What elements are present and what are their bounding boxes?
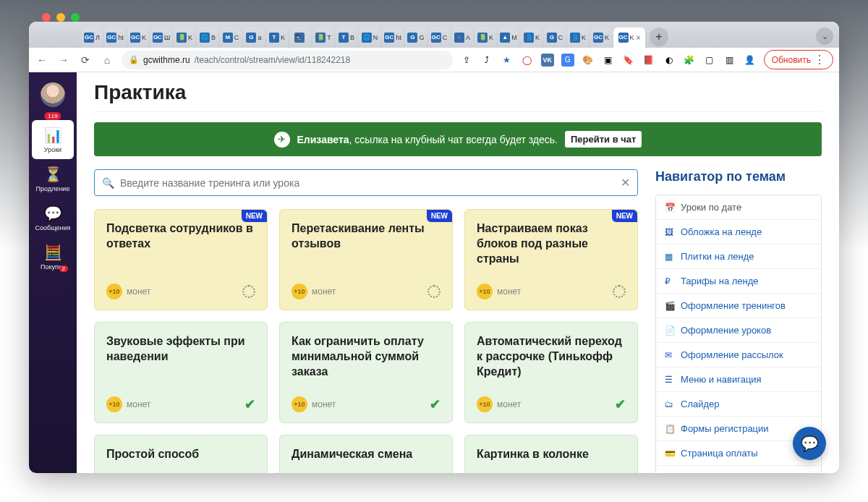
extensions-icon[interactable]: 🧩 (683, 54, 696, 67)
navigator-item[interactable]: ☑Анкеты (656, 466, 821, 473)
forward-button[interactable]: → (56, 53, 71, 67)
sidebar-item-Продление[interactable]: ⏳Продление (32, 159, 74, 198)
lesson-card[interactable]: Картинка в колонке+10монет✔ (464, 435, 638, 473)
ext-vk-icon[interactable]: VK (541, 54, 554, 67)
coin-label: монет (127, 399, 150, 409)
search-icon: 🔍 (102, 177, 114, 189)
sidebar-badge: 2 (59, 265, 68, 272)
browser-tab[interactable]: 🌐B (197, 27, 218, 48)
navigator-item[interactable]: 📅Уроки по дате (656, 195, 821, 220)
coin-reward: +10монет (292, 396, 336, 412)
tab-label: K (142, 34, 146, 41)
browser-tab[interactable]: TK (266, 27, 288, 48)
navigator-item[interactable]: ▦Плитки на ленде (656, 244, 821, 269)
browser-tab[interactable]: 🌐N (359, 27, 380, 48)
url-bar[interactable]: 🔒 gcwithme.ru/teach/control/stream/view/… (122, 51, 453, 69)
navigator-item[interactable]: ₽Тарифы на ленде (656, 269, 821, 294)
browser-tab[interactable]: GG (405, 27, 427, 48)
navigator-item[interactable]: 📄Оформление уроков (656, 318, 821, 343)
share-icon[interactable]: ⇪ (460, 54, 473, 67)
browser-tab[interactable]: GC (544, 27, 566, 48)
browser-tab[interactable]: GCht (382, 27, 404, 48)
tab-favicon-icon: 📗 (477, 33, 488, 43)
browser-tab[interactable]: GCЛ (81, 27, 103, 48)
star-icon[interactable]: ★ (501, 54, 514, 67)
ext-6-icon[interactable]: 🔖 (622, 54, 635, 67)
tab-label: K (605, 34, 609, 41)
avatar-icon (41, 82, 65, 107)
browser-tab[interactable]: TB (336, 27, 357, 48)
navigator-item[interactable]: 🎬Оформление тренингов (656, 294, 821, 318)
navigator-item[interactable]: ☰Меню и навигация (656, 367, 821, 392)
sidebar-avatar[interactable]: 119 (32, 78, 74, 117)
navigator-item[interactable]: 🗂Слайдер (656, 392, 821, 417)
browser-tab[interactable]: GCht (104, 27, 126, 48)
sidebar-label: Продление (36, 185, 70, 192)
navigator-item[interactable]: 🖼Обложка на ленде (656, 220, 821, 244)
mac-minimize[interactable] (56, 13, 65, 22)
new-tab-button[interactable]: + (650, 27, 668, 46)
tab-favicon-icon: GC (593, 33, 603, 43)
home-button[interactable]: ⌂ (100, 53, 114, 67)
chat-fab-button[interactable]: 💬 (793, 427, 826, 460)
lesson-card[interactable]: Как ограничить оплату минимальной суммой… (279, 322, 453, 423)
browser-tab[interactable]: 📗K (174, 27, 195, 48)
lesson-card[interactable]: Простой способ+10монет✔ (94, 435, 268, 473)
loading-spinner-icon (242, 285, 255, 298)
browser-tab[interactable]: GCШ (150, 27, 172, 48)
ext-8-icon[interactable]: ◐ (663, 54, 676, 67)
tab-favicon-icon: GC (84, 33, 94, 43)
ext-10-icon[interactable]: ▢ (703, 54, 716, 67)
browser-tab[interactable]: 🔺A (451, 27, 473, 48)
sidebar-item-Покупки[interactable]: 🧮Покупки2 (32, 237, 74, 276)
browser-tab[interactable]: MC (220, 27, 242, 48)
browser-tab[interactable]: GCC (428, 27, 450, 48)
lesson-card[interactable]: Динамическая смена+10монет✔ (279, 435, 453, 473)
lesson-card[interactable]: Звуковые эффекты при наведении+10монет✔ (94, 322, 268, 423)
browser-tab[interactable]: Ga (243, 27, 265, 48)
ext-7-icon[interactable]: 📕 (642, 54, 655, 67)
ext-5-icon[interactable]: ▣ (602, 54, 615, 67)
browser-tab[interactable]: 📘K (521, 27, 542, 48)
ext-4-icon[interactable]: 🎨 (582, 54, 595, 67)
sidebar-item-Уроки[interactable]: 📊Уроки (32, 120, 74, 159)
kebab-icon[interactable]: ⋮ (814, 53, 825, 67)
clear-search-icon[interactable]: ✕ (621, 176, 630, 190)
lesson-card[interactable]: Автоматический переход к рассрочке (Тинь… (464, 322, 638, 423)
lesson-card[interactable]: NEWПодсветка сотрудников в ответах+10мон… (94, 209, 268, 310)
tab-label: K (188, 34, 192, 41)
browser-tab[interactable]: 📗T (312, 27, 334, 48)
ext-translate-icon[interactable]: G (561, 54, 574, 67)
tabs-overflow-icon[interactable]: ⌄ (816, 27, 833, 45)
browser-tab[interactable]: 📗K (475, 27, 496, 48)
navigator-item-label: Меню и навигация (681, 374, 762, 385)
search-box[interactable]: 🔍 ✕ (94, 169, 638, 196)
tab-close-icon[interactable]: × (637, 34, 641, 42)
browser-tab[interactable]: GCK (590, 27, 612, 48)
profile-avatar-icon[interactable]: 👤 (744, 54, 757, 67)
coin-reward: +10монет (292, 284, 336, 299)
url-domain: gcwithme.ru (143, 55, 190, 65)
sidebar-item-Сообщения[interactable]: 💬Сообщения (32, 198, 74, 237)
browser-tab[interactable]: 🦅 (289, 27, 311, 48)
reload-button[interactable]: ⟳ (78, 53, 93, 67)
ext-opera-icon[interactable]: ◯ (521, 54, 534, 67)
browser-tab[interactable]: 📘K (567, 27, 589, 48)
lesson-card[interactable]: NEWПеретаскивание ленты отзывов+10монет (279, 209, 453, 310)
browser-tab[interactable]: GCK (127, 27, 149, 48)
lesson-card[interactable]: NEWНастраиваем показ блоков под разные с… (464, 209, 638, 310)
mac-maximize[interactable] (71, 13, 80, 22)
ext-11-icon[interactable]: ▥ (723, 54, 736, 67)
tab-favicon-icon: G (246, 33, 256, 43)
update-button[interactable]: Обновить⋮ (764, 50, 833, 69)
back-button[interactable]: ← (35, 53, 49, 67)
upload-icon[interactable]: ⤴ (480, 54, 493, 67)
navigator-item-icon: 🎬 (665, 301, 675, 311)
browser-tab[interactable]: GCK× (613, 27, 645, 48)
tab-label: a (258, 34, 261, 41)
search-input[interactable] (120, 177, 615, 189)
browser-tab[interactable]: ▲M (498, 27, 519, 48)
go-to-chat-button[interactable]: Перейти в чат (565, 131, 642, 148)
mac-close[interactable] (42, 13, 51, 22)
navigator-item[interactable]: ✉Оформление рассылок (656, 343, 821, 367)
